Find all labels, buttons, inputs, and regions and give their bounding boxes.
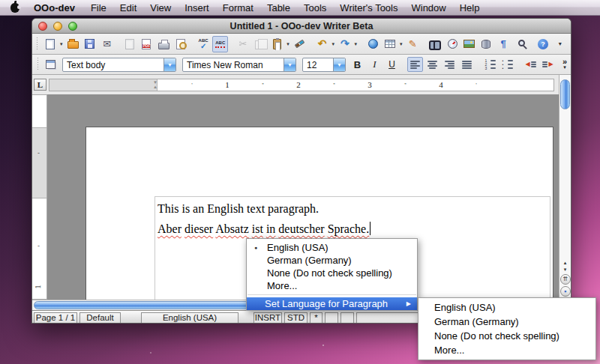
bullet-list-button[interactable]: •••	[500, 57, 515, 72]
insert-mode-field[interactable]: INSRT	[254, 312, 282, 324]
previous-page-button[interactable]: ⇈	[560, 274, 571, 285]
toolbar-overflow[interactable]: » ▾	[562, 58, 568, 70]
new-document-button[interactable]	[43, 36, 58, 52]
vertical-scrollbar[interactable]: ▴ ▾ ⇈ ▪ ⇊	[559, 75, 571, 310]
align-center-button[interactable]	[424, 57, 440, 72]
indent-marker[interactable]: ▼▲	[153, 80, 158, 89]
context-menu-item-german-germany[interactable]: German (Germany)	[247, 254, 417, 267]
spellcheck-button[interactable]: ABC✓	[196, 36, 212, 52]
increase-indent-button[interactable]: ▶	[540, 57, 556, 72]
menu-writer-s-tools[interactable]: Writer's Tools	[333, 1, 404, 15]
submenu-item-german-germany[interactable]: German (Germany)	[418, 315, 596, 329]
context-menu-item-none-do-not-check-spelling[interactable]: None (Do not check spelling)	[247, 267, 417, 279]
new-document-dropdown-arrow[interactable]: ▾	[58, 41, 64, 47]
font-name-dropdown-button[interactable]: ▼	[284, 58, 296, 71]
toolbar-options-button[interactable]: ▾	[552, 36, 568, 52]
align-left-button[interactable]	[407, 57, 423, 72]
find-replace-button[interactable]	[428, 36, 443, 52]
bold-button[interactable]: B	[350, 57, 365, 72]
paragraph-style-dropdown-button[interactable]: ▼	[164, 58, 176, 71]
vertical-scrollbar-thumb[interactable]	[560, 79, 570, 109]
decrease-indent-button[interactable]: ◀	[523, 57, 538, 72]
selection-mode-field[interactable]: STD	[284, 312, 308, 324]
titlebar[interactable]: Untitled 1 - OOo-dev Writer Beta	[32, 19, 571, 34]
page-preview-button[interactable]	[173, 36, 189, 52]
submenu-item-english-usa[interactable]: English (USA)	[418, 300, 596, 315]
toolbar-grip[interactable]	[36, 37, 39, 51]
horizontal-ruler[interactable]: ▼▲ 1''2''3''4''	[49, 79, 554, 91]
menu-tools[interactable]: Tools	[297, 1, 333, 15]
status-cell[interactable]	[325, 312, 338, 324]
paragraph-style-value[interactable]: Text body	[63, 58, 164, 71]
menu-edit[interactable]: Edit	[113, 1, 143, 15]
menu-view[interactable]: View	[143, 1, 178, 15]
gallery-button[interactable]	[461, 36, 477, 52]
print-button[interactable]	[156, 36, 172, 52]
insert-table-button[interactable]	[382, 36, 398, 52]
show-draw-functions-button[interactable]: ✎	[405, 36, 421, 52]
numbered-list-button[interactable]: 123	[482, 57, 498, 72]
scroll-down-button[interactable]: ▾	[564, 266, 567, 273]
vertical-ruler[interactable]: - - 1	[32, 94, 47, 300]
redo-dropdown-arrow[interactable]: ▾	[352, 41, 358, 47]
zoom-button[interactable]	[513, 36, 529, 52]
language-field[interactable]: English (USA)	[141, 312, 238, 324]
set-language-for-paragraph-item[interactable]: Set Language for Paragraph▶	[247, 297, 417, 310]
open-document-button[interactable]	[65, 36, 81, 52]
styles-button[interactable]	[43, 57, 58, 72]
font-name-value[interactable]: Times New Roman	[183, 58, 284, 71]
font-size-value[interactable]: 12	[303, 58, 333, 71]
paragraph-english[interactable]: This is an English text paragraph.	[158, 198, 550, 219]
page-style-field[interactable]: Default	[80, 312, 121, 324]
menu-format[interactable]: Format	[216, 1, 260, 15]
menu-insert[interactable]: Insert	[178, 1, 216, 15]
data-sources-button[interactable]	[478, 36, 494, 52]
undo-button[interactable]: ↶	[314, 36, 330, 52]
submenu-item-more[interactable]: More...	[418, 343, 596, 357]
menu-window[interactable]: Window	[404, 1, 452, 15]
align-justified-button[interactable]	[459, 57, 475, 72]
paragraph-german[interactable]: Aber dieser Absatz ist in deutscher Spra…	[158, 219, 550, 239]
misspelled-word[interactable]: in	[266, 222, 275, 235]
scroll-up-button[interactable]: ▴	[564, 259, 567, 266]
misspelled-word[interactable]: deutscher	[278, 222, 324, 235]
email-document-button[interactable]: ✉	[99, 36, 115, 52]
underline-button[interactable]: U	[384, 57, 400, 72]
insert-table-dropdown-arrow[interactable]: ▾	[398, 41, 404, 47]
save-button[interactable]	[82, 36, 98, 52]
apple-menu[interactable]	[0, 3, 27, 13]
status-cell[interactable]	[340, 312, 354, 324]
undo-dropdown-arrow[interactable]: ▾	[330, 41, 336, 47]
context-menu-item-more[interactable]: More...	[247, 279, 417, 292]
redo-button[interactable]: ↷	[337, 36, 352, 52]
navigation-button[interactable]: ▪	[560, 286, 571, 297]
misspelled-word[interactable]: Aber	[158, 222, 182, 235]
menu-app[interactable]: OOo-dev	[27, 1, 84, 15]
paste-dropdown-arrow[interactable]: ▾	[285, 41, 291, 47]
paragraph-style-combo[interactable]: Text body ▼	[62, 58, 176, 72]
paste-button[interactable]	[269, 36, 285, 52]
align-right-button[interactable]	[442, 57, 458, 72]
misspelled-word[interactable]: ist	[252, 222, 263, 235]
navigator-button[interactable]	[445, 36, 460, 52]
toolbar-grip[interactable]	[36, 58, 39, 71]
menu-table[interactable]: Table	[260, 1, 297, 15]
submenu-item-none-do-not-check-spelling[interactable]: None (Do not check spelling)	[418, 329, 596, 343]
font-size-combo[interactable]: 12 ▼	[302, 58, 346, 72]
auto-spellcheck-button[interactable]: ABC	[212, 36, 228, 52]
menu-file[interactable]: File	[84, 1, 113, 15]
clone-formatting-button[interactable]	[292, 36, 308, 52]
italic-button[interactable]: I	[367, 57, 382, 72]
misspelled-word[interactable]: dieser	[184, 222, 213, 235]
font-name-combo[interactable]: Times New Roman ▼	[182, 58, 296, 72]
formatting-marks-button[interactable]: ¶	[496, 36, 512, 52]
misspelled-word[interactable]: Sprache.	[328, 222, 370, 235]
context-menu-item-english-usa[interactable]: ●English (USA)	[247, 241, 417, 254]
tab-type-selector[interactable]: L	[34, 79, 46, 91]
help-button[interactable]: ?	[536, 36, 551, 52]
misspelled-word[interactable]: Absatz	[215, 222, 248, 235]
font-size-dropdown-button[interactable]: ▼	[333, 58, 345, 71]
menu-help[interactable]: Help	[453, 1, 487, 15]
export-pdf-button[interactable]: PDF	[139, 36, 154, 52]
hyperlink-button[interactable]	[365, 36, 381, 52]
